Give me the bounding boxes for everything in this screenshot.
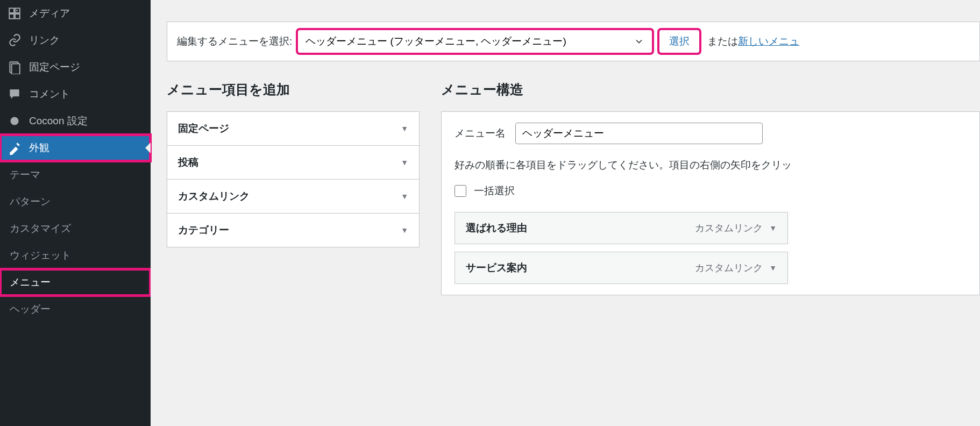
sidebar-item-label: 外観 — [29, 141, 49, 155]
add-items-accordion: 固定ページ ▼ 投稿 ▼ カスタムリンク ▼ カテゴリー ▼ — [167, 111, 420, 247]
cocoon-icon — [8, 114, 24, 128]
accordion-label: カスタムリンク — [178, 189, 250, 203]
structure-column: メニュー構造 メニュー名 好みの順番に各項目をドラッグしてください。項目の右側の… — [441, 81, 980, 295]
caret-down-icon: ▼ — [401, 124, 408, 133]
svg-rect-1 — [12, 64, 20, 75]
menu-item-type: カスタムリンク ▼ — [695, 222, 777, 235]
add-items-column: メニュー項目を追加 固定ページ ▼ 投稿 ▼ カスタムリンク ▼ — [167, 81, 420, 247]
sidebar-item-cocoon[interactable]: Cocoon 設定 — [0, 108, 151, 134]
menu-item-title: 選ばれる理由 — [466, 221, 527, 235]
subitem-customize[interactable]: カスタマイズ — [0, 215, 151, 242]
menu-name-input[interactable] — [515, 123, 763, 144]
pages-icon — [8, 60, 24, 74]
subitem-menus[interactable]: メニュー — [0, 269, 151, 296]
accordion-item-categories[interactable]: カテゴリー ▼ — [167, 214, 419, 247]
sidebar-item-pages[interactable]: 固定ページ — [0, 54, 151, 81]
structure-heading: メニュー構造 — [441, 81, 980, 98]
menu-item-title: サービス案内 — [466, 261, 527, 275]
menu-name-label: メニュー名 — [455, 126, 506, 140]
menu-item-type: カスタムリンク ▼ — [695, 261, 777, 274]
select-button[interactable]: 選択 — [659, 30, 700, 53]
new-menu-link[interactable]: 新しいメニュ — [738, 36, 799, 47]
menu-select-value: ヘッダーメニュー (フッターメニュー, ヘッダーメニュー) — [306, 34, 566, 48]
bulk-select-label: 一括選択 — [474, 184, 515, 198]
subitem-header[interactable]: ヘッダー — [0, 296, 151, 323]
sidebar-item-links[interactable]: リンク — [0, 27, 151, 54]
menu-items-list: 選ばれる理由 カスタムリンク ▼ サービス案内 カスタムリンク ▼ — [455, 212, 967, 284]
menu-item[interactable]: サービス案内 カスタムリンク ▼ — [455, 252, 788, 284]
menu-select-bar: 編集するメニューを選択: ヘッダーメニュー (フッターメニュー, ヘッダーメニュ… — [167, 22, 980, 61]
caret-down-icon: ▼ — [769, 264, 777, 272]
appearance-icon — [8, 141, 24, 155]
subitem-themes[interactable]: テーマ — [0, 161, 151, 188]
link-icon — [8, 33, 24, 47]
sidebar-item-label: 固定ページ — [29, 60, 80, 74]
select-menu-label: 編集するメニューを選択: — [177, 34, 292, 48]
accordion-label: 固定ページ — [178, 122, 229, 136]
sidebar-item-label: Cocoon 設定 — [29, 114, 88, 128]
sidebar-item-label: リンク — [29, 33, 60, 47]
svg-point-2 — [10, 117, 18, 125]
caret-down-icon: ▼ — [401, 158, 408, 167]
accordion-item-pages[interactable]: 固定ページ ▼ — [167, 112, 419, 146]
accordion-item-custom-links[interactable]: カスタムリンク ▼ — [167, 180, 419, 214]
sidebar-item-media[interactable]: メディア — [0, 0, 151, 27]
subitem-widgets[interactable]: ウィジェット — [0, 242, 151, 269]
chevron-down-icon — [634, 36, 644, 47]
accordion-item-posts[interactable]: 投稿 ▼ — [167, 146, 419, 180]
structure-panel: メニュー名 好みの順番に各項目をドラッグしてください。項目の右側の矢印をクリッ … — [441, 111, 980, 295]
caret-down-icon: ▼ — [769, 224, 777, 232]
add-items-heading: メニュー項目を追加 — [167, 81, 420, 98]
accordion-label: カテゴリー — [178, 223, 229, 237]
sidebar-item-comments[interactable]: コメント — [0, 81, 151, 108]
sidebar-item-label: メディア — [29, 6, 70, 20]
caret-down-icon: ▼ — [401, 192, 408, 201]
subitem-patterns[interactable]: パターン — [0, 188, 151, 215]
or-text: または新しいメニュ — [707, 34, 799, 48]
main-content: 編集するメニューを選択: ヘッダーメニュー (フッターメニュー, ヘッダーメニュ… — [151, 0, 980, 426]
structure-description: 好みの順番に各項目をドラッグしてください。項目の右側の矢印をクリッ — [455, 157, 967, 173]
bulk-select-checkbox[interactable] — [455, 185, 466, 197]
media-icon — [8, 6, 24, 20]
sidebar-item-appearance[interactable]: 外観 — [0, 134, 151, 161]
caret-down-icon: ▼ — [401, 226, 408, 235]
comment-icon — [8, 87, 24, 101]
accordion-label: 投稿 — [178, 155, 198, 169]
menu-item[interactable]: 選ばれる理由 カスタムリンク ▼ — [455, 212, 788, 244]
admin-sidebar: メディア リンク 固定ページ コメント Cocoon 設定 外観 テーマ パター… — [0, 0, 151, 426]
sidebar-item-label: コメント — [29, 87, 70, 101]
menu-select-dropdown[interactable]: ヘッダーメニュー (フッターメニュー, ヘッダーメニュー) — [297, 30, 652, 53]
